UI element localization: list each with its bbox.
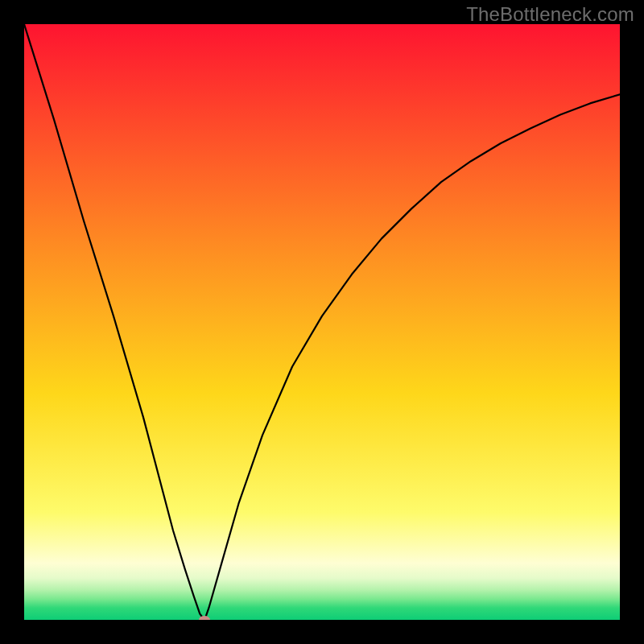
plot-area xyxy=(24,24,620,620)
chart-frame: TheBottleneck.com xyxy=(0,0,644,644)
chart-background xyxy=(24,24,620,620)
watermark-text: TheBottleneck.com xyxy=(466,3,634,26)
chart-svg xyxy=(24,24,620,620)
